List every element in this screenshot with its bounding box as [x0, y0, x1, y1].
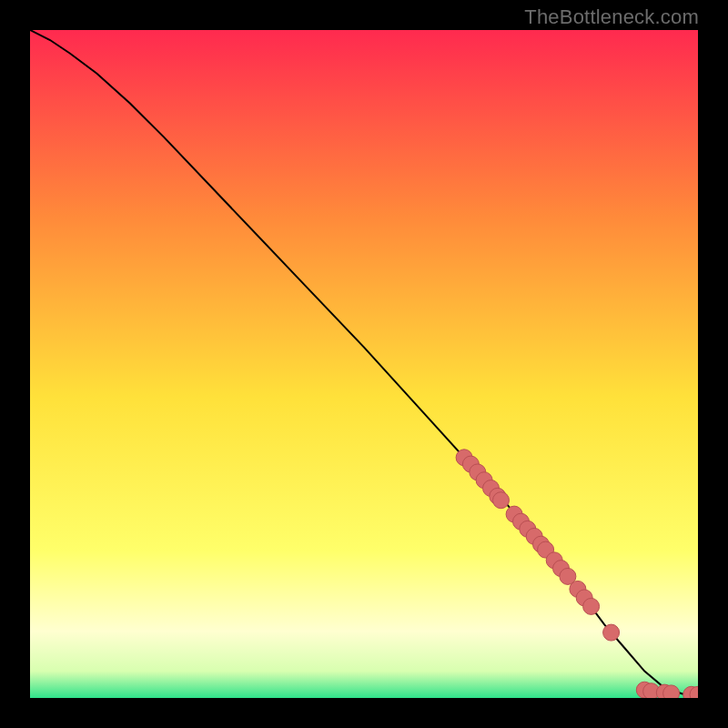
plot-svg: [30, 30, 698, 698]
data-marker: [603, 624, 620, 641]
gradient-background: [30, 30, 698, 698]
data-marker: [663, 685, 680, 698]
plot-area: [30, 30, 698, 698]
data-marker: [583, 598, 600, 614]
watermark-label: TheBottleneck.com: [524, 5, 699, 29]
data-marker: [493, 492, 510, 509]
chart-frame: TheBottleneck.com: [0, 0, 728, 728]
